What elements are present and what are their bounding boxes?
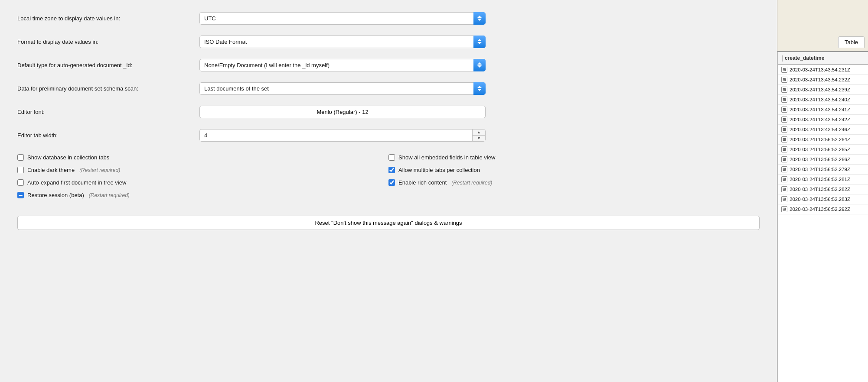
auto-expand-checkbox[interactable]	[17, 179, 24, 186]
timezone-control: UTC	[199, 12, 486, 25]
table-row[interactable]: ⊞2020-03-24T13:43:54.240Z	[778, 95, 868, 105]
docid-select-wrapper: None/Empty Document (I will enter the _i…	[199, 59, 486, 71]
col-header-pipe: |	[781, 55, 783, 62]
restore-session-note: (Restart required)	[89, 192, 130, 198]
auto-expand-label: Auto-expand first document in tree view	[27, 179, 126, 186]
datetime-type-icon: ⊞	[781, 206, 787, 212]
table-row[interactable]: ⊞2020-03-24T13:43:54.232Z	[778, 75, 868, 85]
multiple-tabs-row: Allow multiple tabs per collection	[388, 167, 760, 173]
multiple-tabs-label: Allow multiple tabs per collection	[398, 167, 480, 173]
table-row[interactable]: ⊞2020-03-24T13:43:54.239Z	[778, 85, 868, 95]
table-row[interactable]: ⊞2020-03-24T13:43:54.231Z	[778, 65, 868, 75]
datetime-value: 2020-03-24T13:43:54.231Z	[790, 67, 850, 72]
rich-content-label: Enable rich content	[398, 179, 447, 186]
table-content: | create_datetime ⊞2020-03-24T13:43:54.2…	[777, 52, 868, 382]
checkbox-col-right: Show all embedded fields in table view A…	[388, 154, 760, 198]
reset-button[interactable]: Reset "Don't show this message again" di…	[17, 216, 760, 230]
table-row[interactable]: ⊞2020-03-24T13:56:52.281Z	[778, 175, 868, 185]
tabwidth-stepper-buttons: ▲ ▼	[472, 129, 485, 141]
format-select-wrapper: ISO Date Format	[199, 36, 486, 48]
datetime-value: 2020-03-24T13:56:52.264Z	[790, 137, 850, 142]
table-row[interactable]: ⊞2020-03-24T13:56:52.264Z	[778, 135, 868, 145]
timezone-select[interactable]: UTC	[199, 12, 486, 25]
datetime-value: 2020-03-24T13:56:52.265Z	[790, 147, 850, 152]
datetime-type-icon: ⊞	[781, 166, 787, 172]
datetime-value: 2020-03-24T13:43:54.246Z	[790, 127, 850, 132]
datetime-value: 2020-03-24T13:43:54.241Z	[790, 107, 850, 112]
font-row: Editor font: Menlo (Regular) - 12	[17, 104, 760, 120]
checkboxes-section: Show database in collection tabs Enable …	[17, 154, 760, 198]
datetime-type-icon: ⊞	[781, 146, 787, 152]
datetime-value: 2020-03-24T13:43:54.242Z	[790, 117, 850, 122]
table-row[interactable]: ⊞2020-03-24T13:56:52.265Z	[778, 145, 868, 155]
table-row[interactable]: ⊞2020-03-24T13:56:52.292Z	[778, 204, 868, 214]
show-embedded-checkbox[interactable]	[388, 154, 395, 161]
schema-control: Last documents of the set	[199, 82, 486, 95]
format-control: ISO Date Format	[199, 36, 486, 48]
datetime-value: 2020-03-24T13:56:52.279Z	[790, 167, 850, 172]
tabwidth-control: ▲ ▼	[199, 129, 486, 142]
schema-row: Data for preliminary document set schema…	[17, 81, 760, 96]
dark-theme-row: Enable dark theme (Restart required)	[17, 167, 388, 173]
multiple-tabs-checkbox[interactable]	[388, 167, 395, 173]
docid-control: None/Empty Document (I will enter the _i…	[199, 59, 486, 71]
table-rows-container: ⊞2020-03-24T13:43:54.231Z⊞2020-03-24T13:…	[778, 65, 868, 214]
tabwidth-stepper-wrapper: ▲ ▼	[199, 129, 486, 142]
right-panel-top: Table	[777, 0, 868, 52]
table-row[interactable]: ⊞2020-03-24T13:56:52.282Z	[778, 185, 868, 194]
table-row[interactable]: ⊞2020-03-24T13:43:54.242Z	[778, 115, 868, 125]
docid-select[interactable]: None/Empty Document (I will enter the _i…	[199, 59, 486, 71]
rich-content-checkbox[interactable]	[388, 179, 395, 186]
table-row[interactable]: ⊞2020-03-24T13:56:52.279Z	[778, 165, 868, 175]
docid-row: Default type for auto-generated document…	[17, 57, 760, 73]
tabwidth-decrement-button[interactable]: ▼	[473, 136, 485, 141]
table-row[interactable]: ⊞2020-03-24T13:43:54.246Z	[778, 125, 868, 135]
datetime-value: 2020-03-24T13:43:54.239Z	[790, 87, 850, 92]
show-db-checkbox[interactable]	[17, 154, 24, 161]
tabwidth-input[interactable]	[199, 129, 486, 142]
datetime-type-icon: ⊞	[781, 126, 787, 133]
restore-session-label: Restore session (beta)	[27, 192, 84, 198]
datetime-value: 2020-03-24T13:43:54.240Z	[790, 97, 850, 102]
show-db-label: Show database in collection tabs	[27, 154, 109, 161]
auto-expand-row: Auto-expand first document in tree view	[17, 179, 388, 186]
tabwidth-increment-button[interactable]: ▲	[473, 129, 485, 136]
checkbox-col-left: Show database in collection tabs Enable …	[17, 154, 388, 198]
datetime-type-icon: ⊞	[781, 67, 787, 73]
format-select[interactable]: ISO Date Format	[199, 36, 486, 48]
table-row[interactable]: ⊞2020-03-24T13:56:52.266Z	[778, 155, 868, 165]
font-control: Menlo (Regular) - 12	[199, 106, 486, 118]
right-panel: Table | create_datetime ⊞2020-03-24T13:4…	[777, 0, 868, 382]
datetime-type-icon: ⊞	[781, 117, 787, 123]
datetime-value: 2020-03-24T13:56:52.266Z	[790, 157, 850, 162]
dark-theme-checkbox[interactable]	[17, 167, 24, 173]
restore-session-checkbox-indeterminate[interactable]	[17, 192, 24, 198]
settings-panel: Local time zone to display date values i…	[0, 0, 777, 382]
datetime-type-icon: ⊞	[781, 196, 787, 202]
column-header: | create_datetime	[778, 52, 868, 65]
rich-content-note: (Restart required)	[451, 180, 492, 186]
dark-theme-note: (Restart required)	[79, 167, 120, 173]
font-button[interactable]: Menlo (Regular) - 12	[199, 106, 486, 118]
dark-theme-label: Enable dark theme	[27, 167, 75, 173]
timezone-label: Local time zone to display date values i…	[17, 15, 199, 22]
table-row[interactable]: ⊞2020-03-24T13:56:52.283Z	[778, 194, 868, 204]
datetime-value: 2020-03-24T13:56:52.283Z	[790, 197, 850, 202]
schema-select-wrapper: Last documents of the set	[199, 82, 486, 95]
table-row[interactable]: ⊞2020-03-24T13:43:54.241Z	[778, 105, 868, 115]
timezone-row: Local time zone to display date values i…	[17, 10, 760, 26]
datetime-value: 2020-03-24T13:43:54.232Z	[790, 77, 850, 82]
datetime-type-icon: ⊞	[781, 107, 787, 113]
format-label: Format to display date values in:	[17, 39, 199, 45]
show-embedded-label: Show all embedded fields in table view	[398, 154, 495, 161]
table-tab[interactable]: Table	[838, 36, 865, 48]
show-db-row: Show database in collection tabs	[17, 154, 388, 161]
rich-content-row: Enable rich content (Restart required)	[388, 179, 760, 186]
timezone-select-wrapper: UTC	[199, 12, 486, 25]
datetime-value: 2020-03-24T13:56:52.292Z	[790, 207, 850, 212]
datetime-value: 2020-03-24T13:56:52.282Z	[790, 187, 850, 192]
datetime-value: 2020-03-24T13:56:52.281Z	[790, 177, 850, 182]
docid-label: Default type for auto-generated document…	[17, 62, 199, 68]
schema-label: Data for preliminary document set schema…	[17, 85, 199, 92]
schema-select[interactable]: Last documents of the set	[199, 82, 486, 95]
